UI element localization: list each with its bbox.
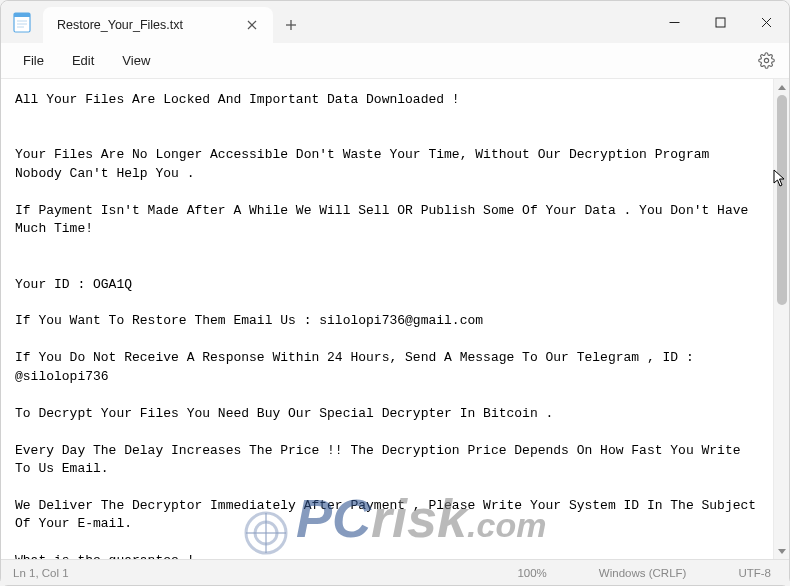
document-tab[interactable]: Restore_Your_Files.txt: [43, 7, 273, 43]
menu-view[interactable]: View: [108, 47, 164, 74]
new-tab-button[interactable]: [273, 7, 309, 43]
text-content[interactable]: All Your Files Are Locked And Important …: [1, 79, 773, 559]
close-icon: [247, 20, 257, 30]
menu-edit[interactable]: Edit: [58, 47, 108, 74]
tab-close-button[interactable]: [241, 14, 263, 36]
editor-area: All Your Files Are Locked And Important …: [1, 79, 789, 559]
menu-bar: File Edit View: [1, 43, 789, 79]
chevron-down-icon: [778, 549, 786, 554]
chevron-up-icon: [778, 85, 786, 90]
status-bar: Ln 1, Col 1 100% Windows (CRLF) UTF-8: [1, 559, 789, 585]
encoding: UTF-8: [712, 567, 777, 579]
svg-point-13: [764, 58, 768, 62]
settings-button[interactable]: [751, 46, 781, 76]
zoom-level[interactable]: 100%: [491, 567, 572, 579]
scroll-up-arrow[interactable]: [774, 79, 789, 95]
plus-icon: [285, 19, 297, 31]
close-icon: [761, 17, 772, 28]
svg-rect-10: [716, 18, 725, 27]
minimize-button[interactable]: [651, 1, 697, 43]
maximize-icon: [715, 17, 726, 28]
notepad-icon: [13, 11, 31, 33]
cursor-position: Ln 1, Col 1: [13, 567, 491, 579]
line-ending: Windows (CRLF): [573, 567, 713, 579]
scroll-thumb[interactable]: [777, 95, 787, 305]
gear-icon: [758, 52, 775, 69]
notepad-window: Restore_Your_Files.txt: [0, 0, 790, 586]
menu-file[interactable]: File: [9, 47, 58, 74]
window-controls: [651, 1, 789, 43]
vertical-scrollbar[interactable]: [773, 79, 789, 559]
svg-rect-1: [14, 13, 30, 17]
minimize-icon: [669, 17, 680, 28]
title-bar: Restore_Your_Files.txt: [1, 1, 789, 43]
scroll-down-arrow[interactable]: [774, 543, 789, 559]
close-window-button[interactable]: [743, 1, 789, 43]
app-icon: [1, 1, 43, 43]
maximize-button[interactable]: [697, 1, 743, 43]
tab-title: Restore_Your_Files.txt: [57, 18, 241, 32]
